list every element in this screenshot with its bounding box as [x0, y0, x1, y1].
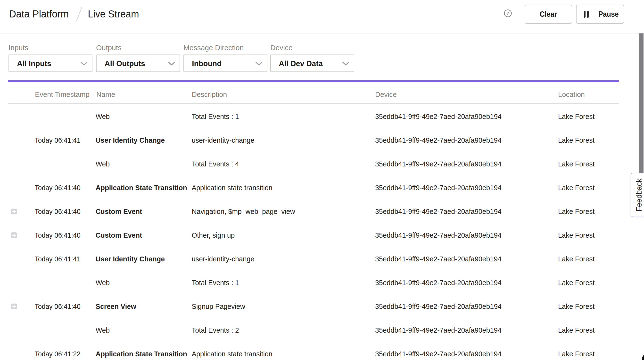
svg-text:?: ? — [506, 11, 509, 16]
